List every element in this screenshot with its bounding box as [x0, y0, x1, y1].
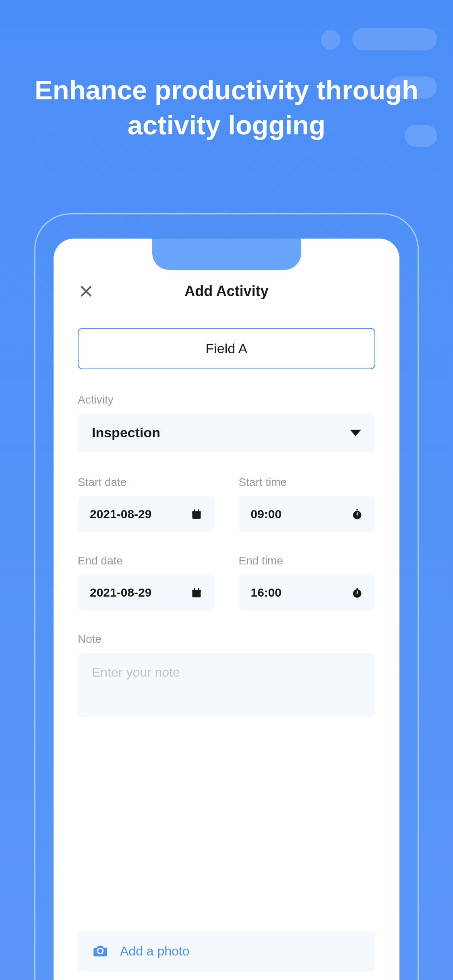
phone-screen: Add Activity Field A Activity Inspection… — [54, 239, 399, 980]
chevron-down-icon — [350, 430, 361, 436]
svg-rect-4 — [194, 509, 195, 512]
start-time-input[interactable]: 09:00 — [239, 496, 376, 532]
start-date-label: Start date — [78, 476, 215, 489]
svg-rect-14 — [356, 588, 358, 589]
end-date-value: 2021-08-29 — [90, 586, 151, 599]
calendar-icon — [190, 587, 203, 599]
activity-select[interactable]: Inspection — [78, 414, 375, 452]
clock-icon — [351, 587, 363, 599]
end-time-value: 16:00 — [251, 586, 282, 599]
svg-rect-12 — [198, 588, 199, 591]
svg-rect-3 — [192, 511, 201, 514]
note-textarea[interactable]: Enter your note — [78, 653, 375, 717]
note-label: Note — [78, 633, 375, 646]
activity-label: Activity — [78, 393, 375, 406]
end-date-label: End date — [78, 554, 215, 567]
svg-rect-10 — [192, 590, 201, 592]
start-date-value: 2021-08-29 — [90, 507, 151, 521]
calendar-icon — [190, 508, 203, 520]
close-icon[interactable] — [78, 283, 95, 300]
note-placeholder: Enter your note — [92, 665, 180, 679]
end-time-label: End time — [239, 554, 376, 567]
svg-rect-7 — [356, 509, 358, 510]
phone-notch — [152, 239, 301, 270]
start-time-value: 09:00 — [251, 507, 282, 521]
field-selector[interactable]: Field A — [78, 328, 375, 369]
clock-icon — [351, 508, 363, 520]
add-photo-label: Add a photo — [120, 944, 190, 959]
start-date-input[interactable]: 2021-08-29 — [78, 496, 215, 532]
add-photo-button[interactable]: Add a photo — [78, 931, 375, 972]
end-time-input[interactable]: 16:00 — [239, 574, 376, 611]
header: Add Activity — [78, 283, 375, 300]
start-time-label: Start time — [239, 476, 376, 489]
end-date-input[interactable]: 2021-08-29 — [78, 574, 215, 611]
hero-title: Enhance productivity through activity lo… — [0, 72, 453, 142]
svg-rect-5 — [198, 509, 199, 512]
svg-rect-11 — [194, 588, 195, 591]
activity-value: Inspection — [92, 425, 160, 441]
app-content: Add Activity Field A Activity Inspection… — [54, 239, 399, 980]
camera-icon — [92, 943, 109, 959]
page-title: Add Activity — [95, 283, 358, 300]
phone-frame: Add Activity Field A Activity Inspection… — [34, 213, 419, 980]
